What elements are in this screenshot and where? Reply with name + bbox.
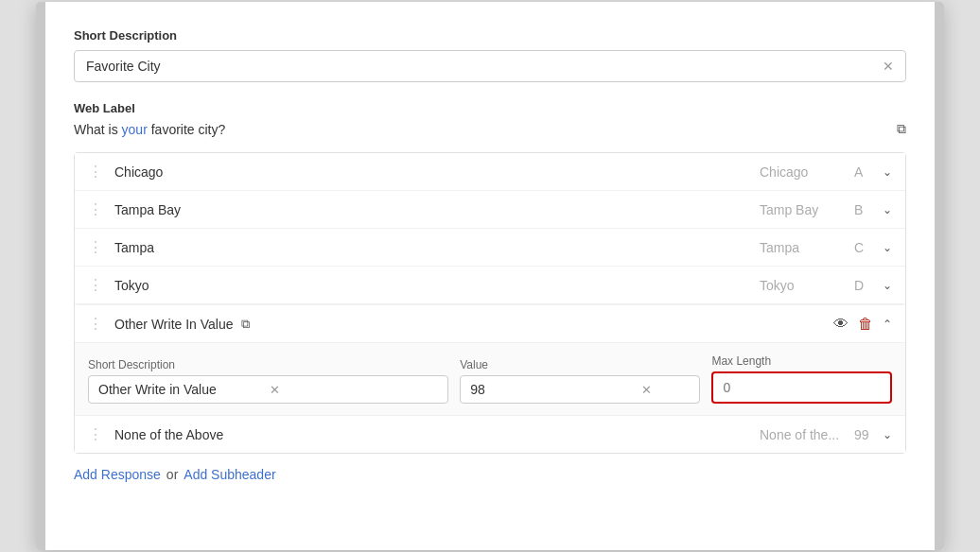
max-length-input[interactable] — [723, 380, 798, 395]
response-letter: D — [854, 278, 883, 293]
response-label: Chicago — [114, 164, 760, 180]
none-above-value: None of the... — [760, 427, 854, 442]
trash-icon[interactable]: 🗑 — [858, 316, 873, 333]
short-description-section: Short Description ✕ — [74, 28, 906, 82]
response-value: Tokyo — [760, 278, 854, 293]
other-value-input[interactable] — [470, 382, 636, 397]
or-text: or — [166, 467, 178, 482]
drag-handle-icon[interactable]: ⋮ — [88, 425, 103, 443]
responses-container: ⋮ Chicago Chicago A ⌄ ⋮ Tampa Bay Tamp B… — [74, 152, 906, 454]
other-write-in-fields: Short Description ✕ Value ✕ — [75, 343, 905, 415]
none-above-label: None of the Above — [114, 427, 760, 442]
response-value: Chicago — [760, 164, 854, 180]
none-above-letter: 99 — [854, 427, 883, 442]
add-subheader-link[interactable]: Add Subheader — [184, 467, 275, 482]
web-label-edit-icon[interactable]: ⧉ — [897, 121, 906, 137]
table-row: ⋮ Tokyo Tokyo D ⌄ — [75, 267, 905, 304]
sidebar-left — [36, 2, 45, 550]
other-value-input-wrap: ✕ — [460, 375, 700, 404]
chevron-down-icon[interactable]: ⌄ — [883, 241, 892, 254]
max-length-label: Max Length — [711, 354, 892, 368]
add-response-bar: Add Response or Add Subheader — [74, 454, 906, 482]
web-label-title: Web Label — [74, 101, 906, 115]
response-label: Tampa — [114, 240, 760, 255]
response-value: Tamp Bay — [760, 202, 854, 217]
other-write-in-actions: 👁 🗑 ⌃ — [833, 316, 892, 333]
web-label-content: What is your favorite city? — [74, 122, 225, 137]
other-write-in-label: Other Write In Value ⧉ — [114, 317, 833, 332]
drag-handle-icon[interactable]: ⋮ — [88, 163, 103, 181]
response-letter: C — [854, 240, 883, 255]
response-letter: B — [854, 202, 883, 217]
short-description-input-row: ✕ — [74, 50, 906, 82]
short-description-label: Short Description — [74, 28, 906, 43]
response-rows: ⋮ Chicago Chicago A ⌄ ⋮ Tampa Bay Tamp B… — [74, 152, 906, 454]
modal: Short Description ✕ Web Label What is yo… — [36, 2, 944, 550]
drag-handle-icon[interactable]: ⋮ — [88, 315, 103, 333]
sidebar-right — [935, 2, 944, 550]
chevron-down-icon[interactable]: ⌄ — [883, 279, 892, 292]
short-description-input[interactable] — [86, 59, 883, 74]
max-length-input-wrap — [711, 371, 892, 404]
other-value-label: Value — [460, 358, 700, 371]
chevron-up-icon[interactable]: ⌃ — [883, 318, 892, 331]
max-length-group: Max Length — [711, 354, 892, 404]
drag-handle-icon[interactable]: ⋮ — [88, 276, 103, 294]
web-label-section: Web Label What is your favorite city? ⧉ — [74, 101, 906, 137]
clear-short-description-icon[interactable]: ✕ — [883, 59, 894, 74]
eye-icon[interactable]: 👁 — [833, 316, 849, 333]
table-row: ⋮ Chicago Chicago A ⌄ — [75, 153, 905, 191]
add-response-link[interactable]: Add Response — [74, 467, 161, 482]
drag-handle-icon[interactable]: ⋮ — [88, 200, 103, 218]
web-label-text: What is your favorite city? ⧉ — [74, 121, 906, 137]
other-short-description-group: Short Description ✕ — [88, 358, 448, 404]
other-write-edit-icon[interactable]: ⧉ — [241, 317, 250, 332]
table-row: ⋮ Tampa Bay Tamp Bay B ⌄ — [75, 191, 905, 229]
other-value-group: Value ✕ — [460, 358, 700, 404]
other-short-description-label: Short Description — [88, 358, 448, 371]
response-value: Tampa — [760, 240, 854, 255]
drag-handle-icon[interactable]: ⋮ — [88, 238, 103, 256]
table-row: ⋮ Tampa Tampa C ⌄ — [75, 229, 905, 267]
clear-other-value-icon[interactable]: ✕ — [641, 383, 652, 397]
clear-other-short-desc-icon[interactable]: ✕ — [270, 383, 280, 397]
chevron-down-icon[interactable]: ⌄ — [883, 165, 892, 179]
other-write-in-header: ⋮ Other Write In Value ⧉ 👁 🗑 ⌃ — [75, 305, 905, 343]
chevron-down-icon[interactable]: ⌄ — [883, 428, 892, 441]
other-short-description-input-wrap: ✕ — [88, 375, 448, 404]
other-write-in-section: ⋮ Other Write In Value ⧉ 👁 🗑 ⌃ Sh — [75, 304, 905, 415]
table-row: ⋮ None of the Above None of the... 99 ⌄ — [75, 415, 905, 453]
response-label: Tampa Bay — [114, 202, 760, 217]
chevron-down-icon[interactable]: ⌄ — [883, 203, 892, 216]
web-label-highlight: your — [122, 122, 148, 137]
other-short-description-input[interactable] — [98, 382, 264, 397]
response-letter: A — [854, 164, 883, 180]
response-label: Tokyo — [114, 278, 760, 293]
